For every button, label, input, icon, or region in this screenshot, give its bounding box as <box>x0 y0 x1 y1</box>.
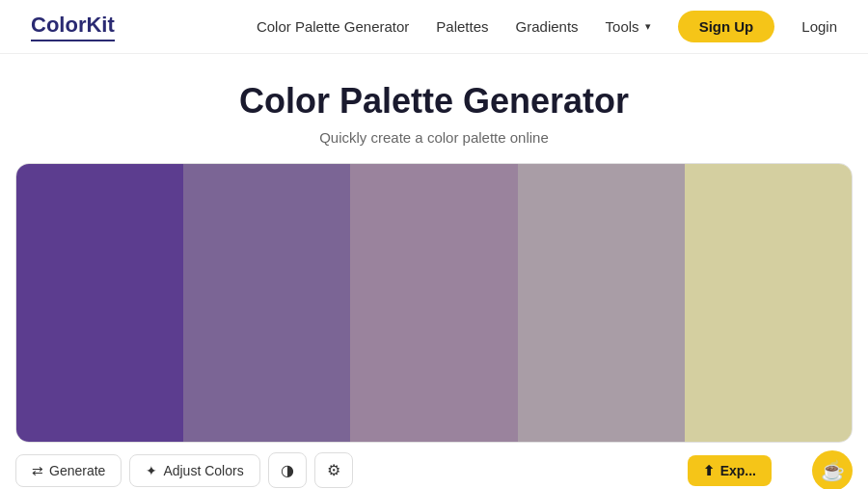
nav-tools-label: Tools <box>606 18 639 35</box>
color-swatch-5[interactable] <box>685 164 852 442</box>
export-button[interactable]: ⬆ Exp... <box>688 455 772 486</box>
login-button[interactable]: Login <box>801 18 837 35</box>
coffee-button[interactable]: ☕ <box>812 450 853 490</box>
shuffle-icon: ⇄ <box>32 463 43 478</box>
coffee-icon: ☕ <box>821 459 845 482</box>
color-palette <box>15 163 853 443</box>
export-icon: ⬆ <box>703 463 715 478</box>
export-label: Exp... <box>720 463 756 478</box>
nav: Color Palette Generator Palettes Gradien… <box>257 11 837 42</box>
page-title: Color Palette Generator <box>0 81 868 122</box>
nav-color-palette-generator[interactable]: Color Palette Generator <box>257 18 409 35</box>
settings-icon: ⚙ <box>327 461 340 479</box>
color-swatch-3[interactable] <box>350 164 517 442</box>
signup-button[interactable]: Sign Up <box>678 11 775 42</box>
logo[interactable]: ColorKit <box>31 13 115 41</box>
nav-tools[interactable]: Tools ▾ <box>606 18 651 35</box>
contrast-button[interactable]: ◑ <box>268 452 307 488</box>
hero-section: Color Palette Generator Quickly create a… <box>0 54 868 163</box>
generate-button[interactable]: ⇄ Generate <box>15 454 122 487</box>
chevron-down-icon: ▾ <box>645 20 651 33</box>
adjust-label: Adjust Colors <box>163 463 243 478</box>
page-subtitle: Quickly create a color palette online <box>0 129 868 146</box>
adjust-colors-button[interactable]: ✦ Adjust Colors <box>129 454 259 487</box>
adjust-icon: ✦ <box>146 463 157 478</box>
toolbar: ⇄ Generate ✦ Adjust Colors ◑ ⚙ ⬆ Exp... … <box>0 443 868 489</box>
color-swatch-2[interactable] <box>183 164 350 442</box>
contrast-icon: ◑ <box>281 461 294 479</box>
color-swatch-1[interactable] <box>16 164 183 442</box>
settings-button[interactable]: ⚙ <box>314 452 353 488</box>
color-swatch-4[interactable] <box>518 164 685 442</box>
nav-palettes[interactable]: Palettes <box>436 18 488 35</box>
nav-gradients[interactable]: Gradients <box>516 18 579 35</box>
generate-label: Generate <box>49 463 105 478</box>
header: ColorKit Color Palette Generator Palette… <box>0 0 868 54</box>
